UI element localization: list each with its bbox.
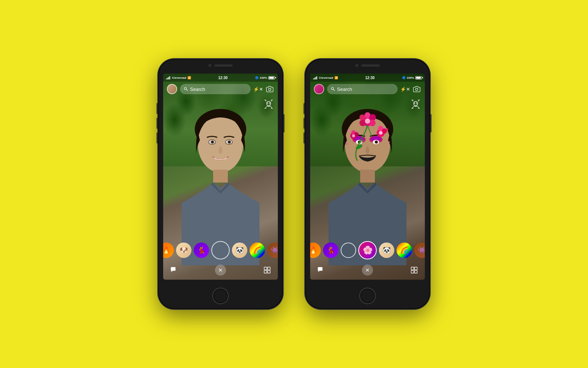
time-right: 12:30 bbox=[365, 76, 375, 80]
search-icon-left bbox=[184, 87, 188, 91]
svg-point-7 bbox=[228, 141, 231, 144]
wifi-icon-right: 📶 bbox=[334, 76, 338, 79]
svg-point-11 bbox=[269, 88, 271, 91]
carrier-right: Cleveroad bbox=[319, 76, 333, 79]
status-right-left: 🔵 100% bbox=[255, 76, 275, 79]
phone-body-right: Cleveroad 📶 12:30 🔵 100% bbox=[305, 59, 430, 309]
bottom-bar-right: ✕ bbox=[310, 263, 425, 277]
svg-point-14 bbox=[269, 103, 270, 104]
svg-point-9 bbox=[184, 88, 187, 90]
screen-left: Cleveroad 📶 12:30 🔵 100% bbox=[163, 74, 278, 280]
search-text-left: Search bbox=[190, 86, 205, 92]
lens-capture-left[interactable] bbox=[211, 241, 230, 259]
home-button-right[interactable] bbox=[359, 288, 376, 304]
bottom-bar-left: ✕ bbox=[163, 263, 278, 277]
svg-point-36 bbox=[359, 114, 365, 120]
wifi-icon-left: 📶 bbox=[187, 76, 191, 79]
lens-dancer-left[interactable]: 💃 bbox=[194, 243, 209, 258]
status-bar-left: Cleveroad 📶 12:30 🔵 100% bbox=[163, 74, 278, 82]
phone-top-bar-right bbox=[355, 64, 380, 67]
svg-point-45 bbox=[352, 134, 355, 137]
svg-point-51 bbox=[388, 141, 390, 143]
search-bar-left[interactable]: Search bbox=[180, 84, 251, 94]
screen-right: Cleveroad 📶 12:30 🔵 100% bbox=[310, 74, 425, 280]
svg-point-57 bbox=[416, 103, 417, 104]
flash-icon-right[interactable]: ⚡✕ bbox=[401, 85, 409, 93]
close-lens-button-right[interactable]: ✕ bbox=[362, 265, 373, 276]
svg-point-41 bbox=[379, 131, 383, 135]
face-detect-svg-right bbox=[410, 99, 421, 109]
svg-marker-16 bbox=[171, 271, 173, 272]
svg-point-13 bbox=[267, 103, 268, 104]
svg-point-56 bbox=[414, 103, 415, 104]
home-button-left[interactable] bbox=[212, 288, 229, 304]
svg-point-52 bbox=[331, 88, 334, 90]
battery-icon-left bbox=[268, 76, 275, 79]
lens-tray-left: 🔥 🐶 💃 🐼 🌈 👾 bbox=[163, 238, 278, 262]
battery-text-left: 100% bbox=[260, 76, 267, 79]
lens-dancer-right[interactable]: 💃 bbox=[323, 243, 338, 258]
svg-point-30 bbox=[375, 141, 378, 144]
phone-right: Cleveroad 📶 12:30 🔵 100% bbox=[305, 59, 430, 309]
chat-icon-right[interactable] bbox=[316, 265, 326, 275]
bluetooth-icon-right: 🔵 bbox=[402, 76, 406, 79]
signal-bars-right bbox=[313, 76, 317, 79]
carrier-left: Cleveroad bbox=[172, 76, 186, 79]
svg-rect-60 bbox=[411, 267, 414, 270]
svg-point-50 bbox=[346, 143, 348, 145]
lens-dog-left[interactable]: 🐶 bbox=[176, 243, 191, 258]
flash-icon-left[interactable]: ⚡✕ bbox=[254, 85, 262, 93]
face-detect-svg-left bbox=[263, 99, 274, 109]
status-right-right: 🔵 100% bbox=[402, 76, 422, 79]
svg-rect-63 bbox=[415, 270, 417, 273]
chat-icon-left[interactable] bbox=[169, 265, 179, 275]
lens-detect-icon-left[interactable] bbox=[263, 99, 274, 110]
lens-capture-right[interactable] bbox=[341, 243, 356, 258]
svg-rect-15 bbox=[171, 267, 176, 271]
lens-orange-left[interactable]: 🔥 bbox=[163, 243, 174, 258]
svg-point-40 bbox=[382, 128, 387, 134]
svg-point-48 bbox=[348, 130, 350, 132]
controls-bar-left: Search ⚡✕ bbox=[163, 81, 278, 97]
lens-tray-right: 🔥 💃 🌸 🐼 🌈 👾 bbox=[310, 238, 425, 262]
lens-alien-left[interactable]: 👾 bbox=[267, 243, 278, 258]
svg-point-55 bbox=[413, 102, 417, 106]
svg-line-53 bbox=[333, 89, 334, 91]
lens-panda-left[interactable]: 🐼 bbox=[232, 243, 247, 258]
svg-point-37 bbox=[365, 118, 370, 124]
front-camera-left bbox=[208, 64, 211, 67]
avatar-right[interactable] bbox=[314, 84, 324, 94]
controls-bar-right: Search ⚡✕ bbox=[310, 81, 425, 97]
svg-marker-59 bbox=[318, 271, 320, 272]
speaker-left bbox=[214, 64, 233, 67]
memories-icon-left[interactable] bbox=[262, 265, 272, 275]
svg-rect-19 bbox=[264, 270, 267, 273]
svg-rect-20 bbox=[268, 270, 270, 273]
bluetooth-icon-left: 🔵 bbox=[255, 76, 259, 79]
status-left-right: Cleveroad 📶 bbox=[313, 76, 338, 79]
battery-icon-right bbox=[415, 76, 422, 79]
svg-rect-18 bbox=[268, 267, 270, 270]
battery-text-right: 100% bbox=[407, 76, 414, 79]
lens-flower-right[interactable]: 🌸 bbox=[358, 241, 377, 259]
lens-detect-icon-right[interactable] bbox=[410, 99, 421, 110]
lens-alien-right[interactable]: 👾 bbox=[414, 243, 425, 258]
speaker-right bbox=[361, 64, 380, 67]
svg-point-49 bbox=[387, 128, 388, 130]
avatar-left[interactable] bbox=[167, 84, 177, 94]
svg-point-12 bbox=[266, 102, 270, 106]
status-left-left: Cleveroad 📶 bbox=[166, 76, 191, 79]
memories-icon-right[interactable] bbox=[409, 265, 419, 275]
search-bar-right[interactable]: Search bbox=[327, 84, 398, 94]
lens-rainbow-right[interactable]: 🌈 bbox=[397, 243, 412, 258]
camera-flip-icon-left[interactable] bbox=[265, 85, 274, 93]
lens-panda-right[interactable]: 🐼 bbox=[379, 243, 394, 258]
svg-point-1 bbox=[198, 115, 243, 173]
close-lens-button-left[interactable]: ✕ bbox=[215, 265, 226, 276]
svg-rect-47 bbox=[360, 170, 375, 183]
lens-rainbow-left[interactable]: 🌈 bbox=[250, 243, 265, 258]
lens-orange-right[interactable]: 🔥 bbox=[310, 243, 321, 258]
camera-flip-icon-right[interactable] bbox=[412, 85, 421, 93]
svg-point-54 bbox=[416, 88, 418, 91]
svg-rect-62 bbox=[411, 270, 414, 273]
